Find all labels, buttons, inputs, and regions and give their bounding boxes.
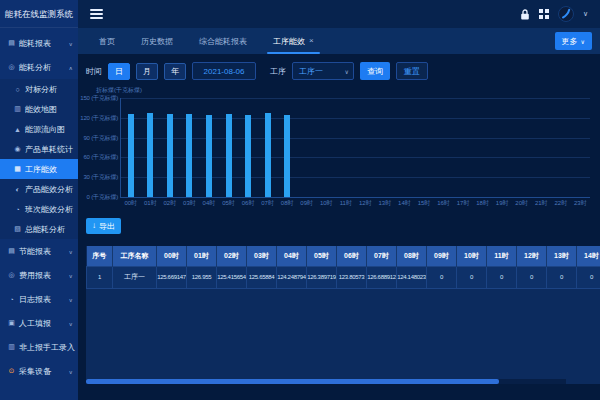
sidebar-item-shift-efficiency[interactable]: ◔班次能效分析 [0, 199, 78, 219]
x-axis-tick-label: 20时 [515, 199, 528, 208]
query-button[interactable]: 查询 [360, 62, 390, 80]
column-header: 序号 [87, 246, 113, 266]
sidebar-item-report[interactable]: ▤能耗报表∨ [0, 33, 78, 53]
app-root: 能耗在线监测系统 ▤能耗报表∨◎能耗分析∧○对标分析▥能效地图▲能源流向图◉产品… [0, 0, 600, 400]
sidebar-item-cost-report[interactable]: ◎费用报表∨ [0, 265, 78, 285]
sidebar-item-unit-consumption[interactable]: ◉产品单耗统计 [0, 139, 78, 159]
apps-grid-icon[interactable] [539, 9, 549, 19]
tab-item[interactable]: 综合能耗报表 [186, 28, 260, 54]
chevron-down-icon: ∨ [69, 272, 73, 278]
chevron-down-icon[interactable]: ∨ [583, 10, 588, 18]
sidebar-item-label: 产品能效分析 [25, 184, 73, 195]
more-button[interactable]: 更多 ∨ [555, 32, 592, 50]
hamburger-menu-icon[interactable] [90, 7, 103, 21]
table-cell: 工序一 [113, 266, 157, 288]
table-cell: 124.248794 [277, 266, 307, 288]
sidebar-item-label: 日志报表 [19, 294, 51, 305]
table-cell: 123.80573 [337, 266, 367, 288]
sidebar-item-label: 人工填报 [19, 318, 51, 329]
chart-bar[interactable] [284, 115, 290, 197]
table-cell: 0 [517, 266, 547, 288]
chart-bar[interactable] [147, 113, 153, 197]
bar-slot: 18时 [473, 98, 493, 197]
tab-item[interactable]: 首页 [86, 28, 128, 54]
sidebar-item-product-efficiency[interactable]: ◐产品能效分析 [0, 179, 78, 199]
topbar: ∨ [78, 0, 600, 28]
sidebar-item-label: 对标分析 [25, 84, 57, 95]
sidebar-item-benchmark-analysis[interactable]: ○对标分析 [0, 79, 78, 99]
column-header: 13时 [547, 246, 577, 266]
process-select[interactable]: 工序一 ∨ [292, 62, 354, 80]
period-button[interactable]: 年 [164, 63, 186, 80]
table-cell: 0 [547, 266, 577, 288]
sidebar-item-saving-report[interactable]: ▤节能报表∨ [0, 241, 78, 261]
scrollbar-thumb[interactable] [86, 379, 499, 384]
bar-slot: 20时 [512, 98, 532, 197]
period-button[interactable]: 日 [108, 63, 130, 80]
tabs: 首页历史数据综合能耗报表工序能效× [86, 28, 327, 54]
sidebar-item-analysis[interactable]: ◎能耗分析∧ [0, 57, 78, 77]
sidebar-item-log-report[interactable]: ◔日志报表∨ [0, 289, 78, 309]
avatar[interactable] [558, 6, 574, 22]
energy-flow-icon: ▲ [13, 126, 22, 133]
chevron-down-icon: ∨ [69, 296, 73, 302]
table-cell: 0 [487, 266, 517, 288]
chevron-down-icon: ∨ [69, 368, 73, 374]
chart-bar[interactable] [167, 114, 173, 197]
chart-bar[interactable] [265, 113, 271, 197]
x-axis-tick-label: 13时 [379, 199, 392, 208]
table-body: 1工序一125.669147126.955125.415654125.65884… [87, 266, 600, 288]
bar-slot: 08时 [277, 98, 297, 197]
close-icon[interactable]: × [309, 37, 314, 45]
process-efficiency-icon: ▦ [13, 165, 22, 173]
analysis-icon: ◎ [7, 63, 16, 71]
lock-icon[interactable] [520, 9, 530, 20]
data-table: 序号工序名称00时01时02时03时04时05时06时07时08时09时10时1… [86, 246, 600, 384]
sidebar-item-process-efficiency[interactable]: ▦工序能效 [0, 159, 78, 179]
product-efficiency-icon: ◐ [13, 186, 22, 193]
chart-bar[interactable] [186, 114, 192, 197]
sidebar-item-manual-entry[interactable]: ▣人工填报∨ [0, 313, 78, 333]
sidebar-item-energy-flow[interactable]: ▲能源流向图 [0, 119, 78, 139]
bar-slot: 00时 [121, 98, 141, 197]
device-icon: ⊙ [7, 367, 16, 375]
bar-slot: 04时 [199, 98, 219, 197]
chevron-down-icon: ∨ [69, 320, 73, 326]
chart-bar[interactable] [206, 115, 212, 197]
column-header: 01时 [187, 246, 217, 266]
chart-bar[interactable] [226, 114, 232, 197]
tab-item[interactable]: 历史数据 [128, 28, 186, 54]
chart-bar[interactable] [128, 114, 134, 197]
sidebar-item-manual-input[interactable]: ▥非上报手工录入∨ [0, 337, 78, 357]
column-header: 07时 [367, 246, 397, 266]
table-cell: 126.955 [187, 266, 217, 288]
bar-slot: 22时 [551, 98, 571, 197]
x-axis-tick-label: 18时 [476, 199, 489, 208]
reset-button[interactable]: 重置 [396, 62, 428, 80]
tab-label: 工序能效 [273, 36, 305, 47]
table-cell: 125.415654 [217, 266, 247, 288]
tab-item[interactable]: 工序能效× [260, 28, 327, 54]
chevron-down-icon: ∨ [69, 40, 73, 46]
x-axis-tick-label: 17时 [457, 199, 470, 208]
date-input[interactable]: 2021-08-06 [192, 62, 256, 80]
period-button[interactable]: 月 [136, 63, 158, 80]
more-button-label: 更多 [562, 36, 578, 47]
chevron-down-icon: ∨ [69, 248, 73, 254]
x-axis-tick-label: 02时 [164, 199, 177, 208]
sidebar-item-total-energy[interactable]: ▧总能耗分析 [0, 219, 78, 239]
sidebar-item-label: 节能报表 [19, 246, 51, 257]
bar-slot: 10时 [316, 98, 336, 197]
y-axis-tick-label: 150 (千克标煤) [80, 94, 118, 103]
table-row[interactable]: 1工序一125.669147126.955125.415654125.65884… [87, 266, 600, 288]
chart-bar[interactable] [245, 115, 251, 197]
export-button[interactable]: ↓ 导出 [86, 218, 121, 234]
sidebar-item-device[interactable]: ⊙采集设备∨ [0, 361, 78, 381]
x-axis-tick-label: 07时 [261, 199, 274, 208]
chevron-down-icon: ∨ [345, 68, 349, 75]
x-axis-tick-label: 06时 [242, 199, 255, 208]
content: 时间 日月年 2021-08-06 工序 工序一 ∨ 查询 重置 折标煤(千克标… [78, 54, 600, 400]
sidebar: 能耗在线监测系统 ▤能耗报表∨◎能耗分析∧○对标分析▥能效地图▲能源流向图◉产品… [0, 0, 78, 400]
sidebar-item-efficiency-map[interactable]: ▥能效地图 [0, 99, 78, 119]
bar-slot: 02时 [160, 98, 180, 197]
